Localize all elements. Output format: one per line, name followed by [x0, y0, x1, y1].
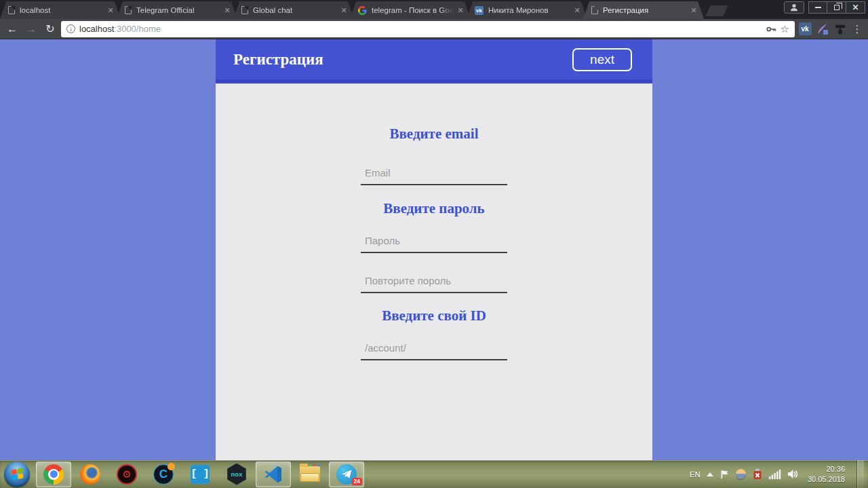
brackets-icon: [ ] — [191, 465, 210, 484]
vscode-icon — [264, 465, 283, 484]
taskbar-iobit-security-button[interactable]: ⚙ — [109, 462, 144, 487]
new-tab-button[interactable] — [705, 5, 728, 16]
action-center-flag-icon[interactable] — [719, 469, 730, 480]
taskbar-telegram-button[interactable]: 24 — [329, 462, 364, 487]
tab-title: telegram - Поиск в Goog — [372, 6, 453, 14]
taskbar-vscode-button[interactable] — [256, 462, 291, 487]
page-icon — [591, 6, 598, 14]
window-controls: ✕ — [784, 1, 865, 14]
password-repeat-input[interactable] — [361, 271, 507, 293]
tab-close-icon[interactable]: ✕ — [339, 6, 349, 15]
sphere-tray-icon[interactable] — [736, 469, 746, 479]
tab-strip: localhost ✕ Telegram Official ✕ Global c… — [0, 0, 868, 19]
google-icon — [358, 6, 367, 15]
id-heading: Введите свой ID — [216, 307, 652, 324]
password-heading: Введите пароль — [216, 200, 652, 217]
taskbar-nox-button[interactable]: nox — [219, 462, 254, 487]
minimize-button[interactable] — [808, 1, 827, 14]
screen: localhost ✕ Telegram Official ✕ Global c… — [0, 0, 868, 488]
windows-taskbar: ⚙ C [ ] nox 24 EN — [0, 460, 868, 488]
show-hidden-icons-button[interactable] — [707, 472, 713, 476]
firefox-icon — [80, 464, 100, 485]
reload-button[interactable]: ↻ — [42, 21, 58, 37]
restore-button[interactable] — [827, 1, 846, 14]
safely-remove-device-icon[interactable] — [752, 468, 763, 480]
tab-close-icon[interactable]: ✕ — [689, 6, 698, 15]
close-button[interactable]: ✕ — [846, 1, 865, 14]
taskbar-explorer-button[interactable] — [292, 462, 328, 487]
registration-form: Введите email Введите пароль Введите сво… — [216, 83, 652, 460]
tab-close-icon[interactable]: ✕ — [106, 6, 115, 15]
taskbar-firefox-button[interactable] — [73, 462, 108, 487]
profile-button[interactable] — [784, 1, 804, 14]
start-button[interactable] — [4, 462, 30, 487]
id-input[interactable] — [361, 338, 507, 360]
explorer-folder-icon — [300, 466, 320, 482]
clock-date: 30.05.2018 — [808, 474, 845, 485]
address-bar[interactable]: i localhost:3000/home ☆ — [61, 21, 795, 37]
page-icon — [125, 6, 132, 14]
tab-close-icon[interactable]: ✕ — [572, 6, 582, 15]
site-info-icon[interactable]: i — [66, 24, 75, 33]
email-input[interactable] — [361, 163, 507, 185]
restore-icon — [834, 5, 840, 10]
vk-extension-icon[interactable]: vk — [797, 22, 812, 37]
page-viewport: Регистрация next Введите email Введите п… — [0, 39, 868, 460]
red-gear-icon: ⚙ — [117, 464, 137, 485]
taskbar-chrome-button[interactable] — [36, 462, 71, 487]
saved-password-key-icon[interactable] — [766, 24, 776, 35]
tab-title: Global chat — [253, 6, 336, 14]
tab-registration-active[interactable]: Регистрация ✕ — [583, 1, 704, 19]
tab-telegram-official[interactable]: Telegram Official ✕ — [117, 1, 237, 19]
taskbar-clock[interactable]: 20:36 30.05.2018 — [808, 464, 845, 485]
tab-title: Telegram Official — [136, 6, 220, 14]
vk-icon: vk — [475, 6, 484, 15]
tab-title: localhost — [20, 6, 103, 14]
url-text[interactable]: localhost:3000/home — [79, 24, 762, 34]
next-button[interactable]: next — [572, 48, 632, 71]
back-button[interactable]: ← — [4, 21, 20, 37]
lightshot-extension-icon[interactable] — [815, 22, 830, 37]
browser-menu-icon[interactable]: ⋮ — [850, 23, 864, 35]
telegram-unread-badge: 24 — [352, 478, 362, 485]
tab-vk-profile[interactable]: vk Никита Миронов ✕ — [467, 1, 587, 19]
page-icon — [8, 6, 15, 14]
app-header: Регистрация next — [216, 39, 652, 79]
clock-time: 20:36 — [808, 464, 845, 474]
chrome-icon — [43, 464, 64, 485]
network-signal-icon[interactable] — [769, 470, 781, 479]
url-host: localhost — [79, 24, 114, 34]
bookmark-star-icon[interactable]: ☆ — [781, 23, 789, 35]
person-icon — [789, 3, 799, 12]
language-indicator[interactable]: EN — [690, 470, 701, 478]
tab-title: Никита Миронов — [488, 6, 570, 14]
url-path: :3000/home — [114, 24, 161, 34]
volume-speaker-icon[interactable] — [787, 469, 799, 479]
windows-logo-icon — [11, 468, 23, 481]
browser-toolbar: ← → ↻ i localhost:3000/home ☆ vk ⋮ — [0, 19, 868, 39]
minimize-icon — [815, 7, 821, 8]
systemcare-icon: C — [153, 464, 174, 485]
registration-app: Регистрация next Введите email Введите п… — [216, 39, 652, 460]
tab-google-search[interactable]: telegram - Поиск в Goog ✕ — [350, 1, 471, 19]
tab-close-icon[interactable]: ✕ — [222, 6, 232, 15]
nox-icon: nox — [226, 464, 247, 485]
roller-extension-icon[interactable] — [833, 22, 848, 37]
password-input[interactable] — [361, 231, 507, 253]
taskbar-systemcare-button[interactable]: C — [146, 462, 181, 487]
show-desktop-button[interactable] — [856, 460, 864, 488]
tab-title: Регистрация — [603, 6, 686, 14]
page-icon — [241, 6, 248, 14]
tab-global-chat[interactable]: Global chat ✕ — [233, 1, 354, 19]
tab-localhost[interactable]: localhost ✕ — [0, 1, 121, 19]
taskbar-brackets-button[interactable]: [ ] — [182, 462, 218, 487]
tab-close-icon[interactable]: ✕ — [456, 6, 465, 15]
forward-button[interactable]: → — [23, 21, 39, 37]
page-title: Регистрация — [233, 51, 323, 69]
vk-glyph: vk — [799, 22, 812, 35]
system-tray: EN 20:36 30.05.2018 — [690, 460, 867, 488]
email-heading: Введите email — [216, 83, 652, 143]
